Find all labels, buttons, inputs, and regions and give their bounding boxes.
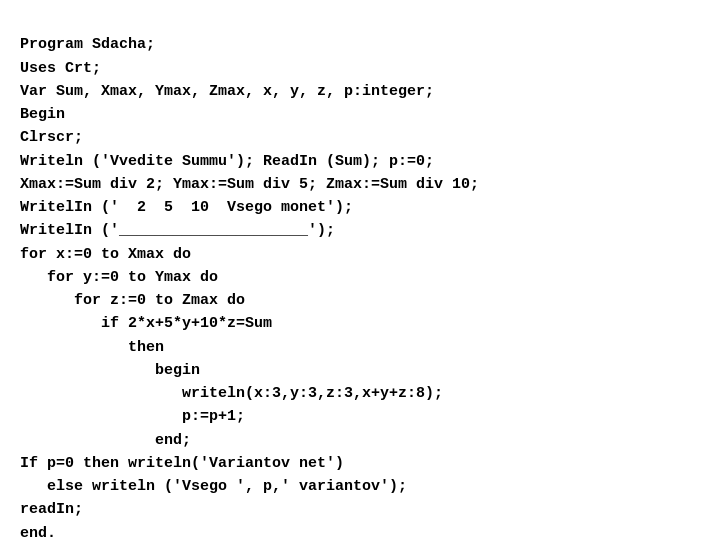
- code-line: Var Sum, Xmax, Ymax, Zmax, x, y, z, p:in…: [20, 80, 700, 103]
- code-line: end;: [20, 429, 700, 452]
- code-line: p:=p+1;: [20, 405, 700, 428]
- code-line: WritelIn ('_____________________');: [20, 219, 700, 242]
- code-line: else writeln ('Vsego ', p,' variantov');: [20, 475, 700, 498]
- code-line: Writeln ('Vvedite Summu'); ReadIn (Sum);…: [20, 150, 700, 173]
- code-line: writeln(x:3,y:3,z:3,x+y+z:8);: [20, 382, 700, 405]
- code-line: Xmax:=Sum div 2; Ymax:=Sum div 5; Zmax:=…: [20, 173, 700, 196]
- code-line: Begin: [20, 103, 700, 126]
- code-line: then: [20, 336, 700, 359]
- code-line: for x:=0 to Xmax do: [20, 243, 700, 266]
- code-line: for y:=0 to Ymax do: [20, 266, 700, 289]
- code-line: begin: [20, 359, 700, 382]
- code-line: if 2*x+5*y+10*z=Sum: [20, 312, 700, 335]
- code-line: Uses Crt;: [20, 57, 700, 80]
- code-block: Program Sdacha;Uses Crt;Var Sum, Xmax, Y…: [0, 0, 720, 540]
- code-line: Clrscr;: [20, 126, 700, 149]
- code-line: Program Sdacha;: [20, 33, 700, 56]
- code-line: If p=0 then writeln('Variantov net'): [20, 452, 700, 475]
- code-line: readIn;: [20, 498, 700, 521]
- code-line: for z:=0 to Zmax do: [20, 289, 700, 312]
- code-line: WritelIn (' 2 5 10 Vsego monet');: [20, 196, 700, 219]
- code-line: end.: [20, 522, 700, 541]
